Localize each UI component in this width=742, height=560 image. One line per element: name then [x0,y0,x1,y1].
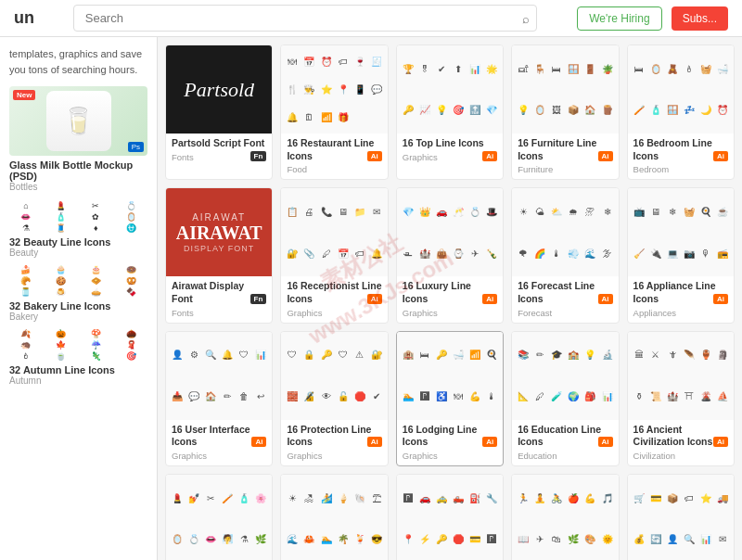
icon-cell: 🗡 [665,336,680,375]
icon-cell: ❄ [600,192,615,232]
main-layout: templates, graphics and save you tons of… [0,37,742,560]
featured-title: Glass Milk Bottle Mockup (PSD) [9,159,147,182]
featured-category: Bottles [9,182,147,192]
icon-cell: ⚱ [632,376,646,416]
card-forecast-line[interactable]: ☀ 🌤 ⛅ 🌧 ⛈ ❄ 🌪 🌈 🌡 💨 🌊 🌫 16 Forecast Line… [511,187,619,323]
icon-cell: 🪑 [532,49,547,89]
card-summer-line[interactable]: ☀ 🏖 🏄 🍦 🐚 ⛱ 🌊 🦀 🏊 🌴 🍹 😎 16 Summer Line I… [280,474,388,560]
sidebar-icon: ⛎ [114,223,147,233]
icon-cell: 🌍 [566,376,581,416]
icon-cell: 🪞 [648,49,663,89]
icon-cell: 🌡 [484,376,499,416]
icon-cell: 📜 [648,376,663,416]
sidebar-icon: 🍂 [9,329,43,338]
icon-cell: 💳 [467,519,482,559]
icon-cell: ☕ [715,192,730,232]
hiring-button[interactable]: We're Hiring [577,6,661,31]
card-image: 📚 ✏ 🎓 🏫 💡 🔬 📐 🖊 🧪 🌍 🎒 📊 [512,332,618,420]
card-top-line[interactable]: 🏆 🎖 ✔ ⬆ 📊 🌟 🔑 📈 💡 🎯 🔝 💎 16 Top Line Icon… [396,45,504,180]
card-receptionist-line[interactable]: 📋 🖨 📞 🖥 📁 ✉ 🔐 📎 🖊 📅 🏷 🔔 16 Receptionist … [280,187,388,323]
icon-cell: ⛩ [682,376,697,416]
card-lodging-line[interactable]: 🏨 🛏 🔑 🛁 📶 🍳 🏊 🅿 ♿ 🍽 💪 🌡 16 Lodging Line … [396,331,504,466]
search-input[interactable] [73,5,537,32]
card-restaurant-line[interactable]: 🍽 📅 ⏰ 🏷 🍷 🧾 🍴 👨‍🍳 ⭐ 📍 📱 💬 🔔 🗓 📶 🎁 [280,45,388,180]
card-ecommerce-line[interactable]: 🛒 💳 📦 🏷 ⭐ 🚚 💰 🔄 👤 🔍 📊 ✉ 16 E-Commerce Li… [627,474,735,560]
card-airawat[interactable]: AIRAWAT AIRAWAT DISPLAY FONT Airawat Dis… [165,187,273,323]
card-education-line[interactable]: 📚 ✏ 🎓 🏫 💡 🔬 📐 🖊 🧪 🌍 🎒 📊 16 Education Lin… [511,331,619,466]
icon-cell: 🏆 [401,49,416,89]
icon-cell: 🔓 [336,376,351,416]
icon-cell: 🔍 [203,336,218,375]
card-appliance-line[interactable]: 📺 🖥 ❄ 🧺 🍳 ☕ 🧹 🔌 💻 📷 🎙 📻 16 Appliance Lin… [627,187,735,323]
icon-cell: 📊 [698,519,713,559]
sidebar-description: templates, graphics and save you tons of… [9,46,147,77]
card-image: 👤 ⚙ 🔍 🔔 🛡 📊 📥 💬 🏠 ✏ 🗑 ↩ [166,332,272,420]
icon-cell: 🌸 [253,478,268,518]
icon-cell: 🏷 [352,234,367,274]
card-image: 💄 💅 ✂ 🪥 🧴 🌸 🪞 💍 👄 🧖 ⚗ 🌿 [166,475,272,560]
icon-cell: 🔑 [434,336,449,375]
sidebar-icon: 🥨 [114,276,147,286]
icon-cell: 🦀 [301,519,316,559]
card-parking-line[interactable]: 🅿 🚗 🚕 🛻 ⛽ 🔧 📍 ⚡ 🔑 🛑 💳 🅿 16 Parking Line … [396,474,504,560]
card-image: 🛋 🪑 🛏 🪟 🚪 🪴 💡 🪞 🖼 📦 🏠 🪵 [512,45,618,134]
icon-cell: 📎 [301,234,316,274]
card-ancient-civ[interactable]: 🏛 ⚔ 🗡 🪶 🏺 🗿 ⚱ 📜 🏰 ⛩ 🌋 ⛵ 16 Ancient Civil… [627,331,735,466]
card-user-interface[interactable]: 👤 ⚙ 🔍 🔔 🛡 📊 📥 💬 🏠 ✏ 🗑 ↩ 16 User Interfac… [165,331,273,466]
sidebar-icon: 🍵 [45,351,78,361]
icon-cell: ✏ [220,376,235,416]
card-image: 📺 🖥 ❄ 🧺 🍳 ☕ 🧹 🔌 💻 📷 🎙 📻 [628,188,734,276]
card-image: 🍽 📅 ⏰ 🏷 🍷 🧾 🍴 👨‍🍳 ⭐ 📍 📱 💬 🔔 🗓 📶 🎁 [281,45,387,134]
card-beauty-32[interactable]: 💄 💅 ✂ 🪥 🧴 🌸 🪞 💍 👄 🧖 ⚗ 🌿 32 Beauty Line I… [165,474,273,560]
icon-cell: 🎨 [582,519,597,559]
sidebar-icon: 💄 [45,201,78,210]
icon-cell: 🌡 [549,234,564,274]
icon-cell: 👨‍🍳 [301,77,316,103]
card-luxury-line[interactable]: 💎 👑 🚗 🥂 💍 🎩 🛥 🏰 👜 ⌚ ✈ 🍾 16 Luxury Line I… [396,187,504,323]
icon-cell: 📊 [600,376,615,416]
sidebar: templates, graphics and save you tons of… [0,37,158,560]
icon-cell: 🌞 [600,519,615,559]
card-body: Airawat Display Font Fn Fonts [166,276,272,322]
icon-cell: ⛈ [582,192,597,232]
icon-cell: 🏨 [401,336,416,375]
card-image: 💎 👑 🚗 🥂 💍 🎩 🛥 🏰 👜 ⌚ ✈ 🍾 [397,188,503,276]
icon-cell: 🏷 [682,478,697,518]
sidebar-featured[interactable]: New 🥛 Ps Glass Milk Bottle Mockup (PSD) … [9,86,147,192]
card-image: Partsold [166,45,272,134]
icon-cell: 👤 [665,519,680,559]
card-category: Food [287,164,381,174]
icon-cell: 🏊 [319,519,334,559]
icon-cell: 🧾 [369,49,384,75]
icon-cell: 🌿 [566,519,581,559]
icon-cell: 🧹 [632,234,646,274]
icon-cell: 🧴 [237,478,251,518]
card-partsold-script[interactable]: Partsold Partsold Script Font Fn Fonts [165,45,273,180]
card-lifestyle-line[interactable]: 🏃 🧘 🚴 🍎 💪 🎵 📖 ✈ 🛍 🌿 🎨 🌞 16 Lifestyle Lin… [511,474,619,560]
icon-cell: 💡 [516,91,531,131]
icon-cell: 📅 [336,234,351,274]
icon-cell: 🏰 [417,234,432,274]
search-bar: ⌕ [73,5,537,32]
card-category: Bedroom [633,164,728,174]
sidebar-item-cat2: Bakery [9,312,147,322]
icon-cell: 🛁 [451,336,466,375]
card-image: 🛒 💳 📦 🏷 ⭐ 🚚 💰 🔄 👤 🔍 📊 ✉ [628,475,734,560]
icon-cell: 🔐 [369,336,384,375]
icon-cell: 📦 [566,91,581,131]
subscribe-button[interactable]: Subs... [672,6,728,31]
card-body: 16 Bedroom Line Icons Ai Bedroom [628,134,734,179]
icon-cell: ✈ [532,519,547,559]
icon-cell: 🌟 [484,49,499,89]
sidebar-item-cat: Beauty [9,248,147,258]
icon-cell: 🌴 [336,519,351,559]
card-bedroom-line[interactable]: 🛏 🪞 🧸 🕯 🧺 🛁 🪥 🧴 🪟 💤 🌙 ⏰ 16 Bedroom Line … [627,45,735,180]
card-protection-line[interactable]: 🛡 🔒 🔑 🛡 ⚠ 🔐 🧱 🔏 👁 🔓 🛑 ✔ 16 Protection Li… [280,331,388,466]
card-furniture-line[interactable]: 🛋 🪑 🛏 🪟 🚪 🪴 💡 🪞 🖼 📦 🏠 🪵 16 Furniture Lin… [511,45,619,180]
sidebar-icon: 🪞 [114,212,147,222]
icon-cell: 🛡 [285,336,300,375]
icon-cell: 🎩 [484,192,499,232]
search-button[interactable]: ⌕ [522,11,530,25]
card-title: 16 Protection Line Icons Ai [287,424,381,449]
card-category: Graphics [403,451,497,461]
